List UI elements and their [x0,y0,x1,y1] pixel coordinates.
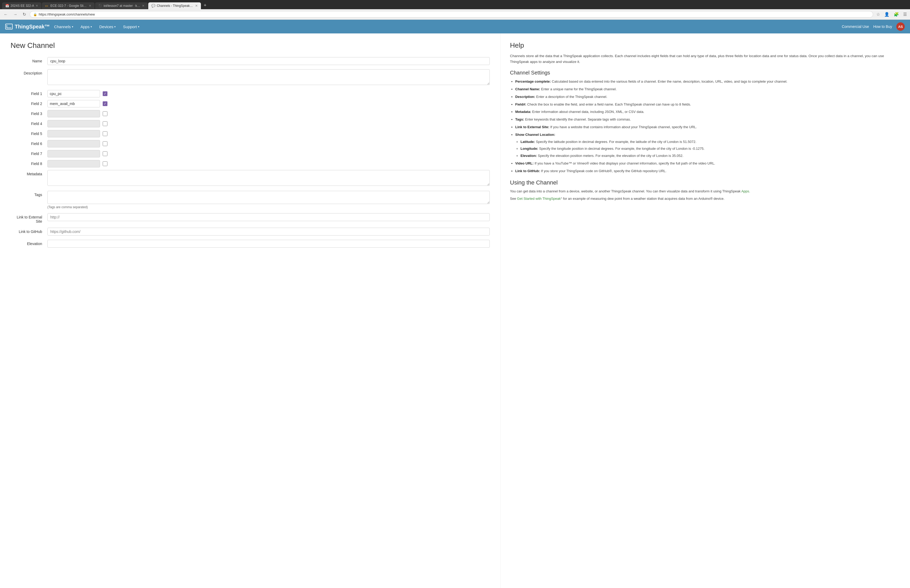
field8-input[interactable] [47,160,100,167]
field5-label: Field 5 [11,132,47,136]
tab-3-close[interactable]: ✕ [142,4,145,8]
apps-chevron: ▾ [91,25,92,28]
help-intro: Channels store all the data that a Thing… [510,53,900,65]
nav-item-devices[interactable]: Devices ▾ [96,23,119,31]
link-external-label: Link to External Site [11,213,47,223]
name-input[interactable] [47,57,490,65]
field3-input[interactable] [47,110,100,117]
metadata-field [47,170,490,187]
user-avatar[interactable]: AS [896,23,905,31]
metadata-input[interactable] [47,170,490,186]
tab-2-title: ECE-322-7 - Google Slides [50,4,87,8]
url-text: https://thingspeak.com/channels/new [39,12,870,16]
tab-4-close[interactable]: ✕ [195,4,198,8]
browser-nav-icons: ☆ 👤 🧩 ☰ [875,11,908,18]
field3-checkbox[interactable] [103,111,107,116]
bookmarks-icon[interactable]: ☆ [875,11,881,18]
name-row: Name [11,57,490,65]
profile-icon[interactable]: 👤 [883,11,891,18]
browser-chrome: 📅 2024S EE 322-A ✕ ▭ ECE-322-7 - Google … [0,0,910,9]
nav-item-support[interactable]: Support ▾ [120,23,142,31]
help-subitem-longitude: Longitude: Specify the longitude positio… [520,146,900,152]
field1-row: Field 1 ✓ [11,90,490,97]
thingspeak-logo[interactable]: ThingSpeak™ [5,24,50,30]
field5-checkbox[interactable] [103,131,107,136]
tags-field: (Tags are comma separated) [47,191,490,209]
description-input[interactable] [47,69,490,85]
how-to-buy-link[interactable]: How to Buy [873,24,892,29]
field4-checkbox[interactable] [103,121,107,126]
field4-row: Field 4 [11,120,490,128]
commercial-use-link[interactable]: Commercial Use [842,24,869,29]
field6-checkbox[interactable] [103,141,107,146]
devices-chevron: ▾ [114,25,116,28]
link-external-input[interactable] [47,213,490,221]
description-field [47,69,490,86]
field5-input[interactable] [47,130,100,137]
back-button[interactable]: ← [2,11,10,18]
help-longitude-term: Longitude: [520,147,538,150]
support-chevron: ▾ [138,25,139,28]
tags-input[interactable] [47,191,490,204]
elevation-input[interactable] [47,240,490,248]
field1-checkbox[interactable]: ✓ [103,91,107,96]
tags-row: Tags (Tags are comma separated) [11,191,490,209]
tab-bar: 📅 2024S EE 322-A ✕ ▭ ECE-322-7 - Google … [2,2,908,9]
link-github-row: Link to GitHub [11,228,490,236]
address-bar: ← → ↻ 🔒 https://thingspeak.com/channels/… [0,9,910,20]
reload-button[interactable]: ↻ [21,11,27,18]
field3-row: Field 3 [11,110,490,117]
field7-wrap [47,150,107,157]
field1-input[interactable] [47,90,100,97]
tab-4[interactable]: 💬 Channels - ThingSpeak IoT ✕ [148,2,201,9]
apps-link[interactable]: Apps. [741,189,750,193]
field7-input[interactable] [47,150,100,157]
tab-1[interactable]: 📅 2024S EE 322-A ✕ [2,2,41,9]
tab-1-close[interactable]: ✕ [36,4,38,8]
tags-hint: (Tags are comma separated) [47,205,490,209]
help-item-channel-name-term: Channel Name: [515,87,540,91]
help-item-percentage: Percentage complete: Calculated based on… [515,79,900,84]
field5-row: Field 5 [11,130,490,137]
help-location-sublist: Latitude: Specify the latitude position … [515,139,900,159]
field2-checkbox[interactable]: ✓ [103,101,107,106]
link-external-row: Link to External Site [11,213,490,223]
help-item-field-term: Field#: [515,102,526,106]
field5-wrap [47,130,107,137]
field6-input[interactable] [47,140,100,147]
field8-checkbox[interactable] [103,162,107,166]
tab-3[interactable]: ⚫ iot/lesson7 at master · kevin/... ✕ [95,2,148,9]
metadata-label: Metadata [11,170,47,176]
help-item-metadata-desc: Enter information about channel data, in… [532,110,644,114]
field7-checkbox[interactable] [103,151,107,156]
tab-2[interactable]: ▭ ECE-322-7 - Google Slides ✕ [42,2,95,9]
tags-label: Tags [11,191,47,197]
field6-label: Field 6 [11,142,47,146]
tab-2-close[interactable]: ✕ [89,4,91,8]
help-item-channel-name-desc: Enter a unique name for the ThingSpeak c… [541,87,617,91]
elevation-label: Elevation [11,240,47,246]
field2-input[interactable] [47,100,100,107]
link-github-input[interactable] [47,228,490,236]
help-item-video: Video URL: If you have a YouTube™ or Vim… [515,161,900,166]
link-github-label: Link to GitHub [11,228,47,234]
extensions-icon[interactable]: 🧩 [892,11,900,18]
new-tab-button[interactable]: + [201,2,209,9]
menu-icon[interactable]: ☰ [902,11,908,18]
nav-item-channels[interactable]: Channels ▾ [51,23,76,31]
help-item-percentage-term: Percentage complete: [515,79,551,84]
field1-wrap: ✓ [47,90,107,97]
field4-label: Field 4 [11,121,47,126]
url-bar[interactable]: 🔒 https://thingspeak.com/channels/new [30,11,873,18]
tab-1-favicon: 📅 [5,4,9,8]
description-label: Description [11,69,47,75]
help-elevation-term: Elevation: [520,154,537,158]
help-item-location-term: Show Channel Location: [515,132,555,137]
get-started-link[interactable]: Get Started with ThingSpeak [517,197,561,200]
field4-input[interactable] [47,120,100,128]
nav-item-apps[interactable]: Apps ▾ [78,23,95,31]
help-item-tags: Tags: Enter keywords that identify the c… [515,117,900,123]
help-latitude-desc: Specify the latitude position in decimal… [536,140,696,144]
field8-row: Field 8 [11,160,490,167]
forward-button[interactable]: → [11,11,19,18]
